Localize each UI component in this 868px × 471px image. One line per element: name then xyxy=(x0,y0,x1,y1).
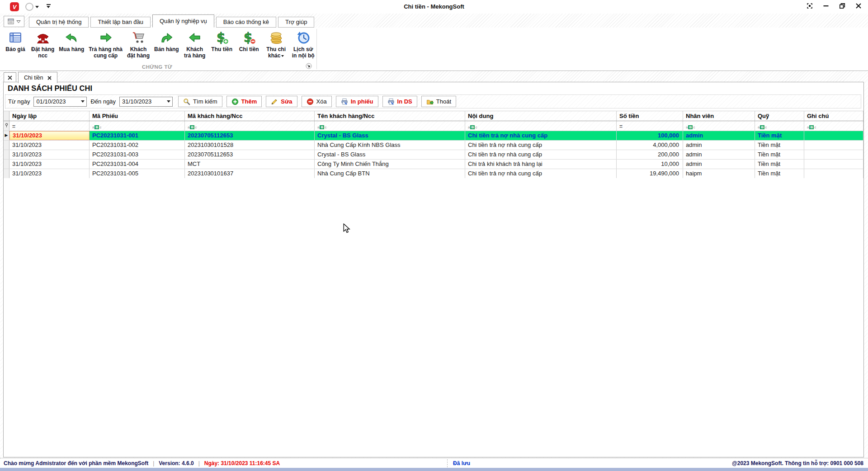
column-header-6[interactable]: Số tiền xyxy=(617,111,683,121)
table-cell[interactable]: 20230705112653 xyxy=(185,131,315,140)
exit-button[interactable]: Thoát xyxy=(421,96,456,107)
filter-cell-1[interactable]: = xyxy=(9,121,90,131)
table-cell[interactable]: Crystal - BS Glass xyxy=(315,150,465,159)
table-cell[interactable]: Chi tiền trả nợ nhà cung cấp xyxy=(465,141,617,150)
fullscreen-button[interactable] xyxy=(807,3,813,9)
table-row[interactable]: 31/10/2023PC20231031-00520231030101637Nh… xyxy=(4,169,863,179)
table-cell[interactable]: 200,000 xyxy=(617,150,683,159)
table-cell[interactable]: 20231030101528 xyxy=(185,141,315,150)
chevron-down-icon[interactable] xyxy=(165,100,172,103)
table-cell[interactable]: Tiền mặt xyxy=(755,169,804,178)
filter-cell-8[interactable]: aBc xyxy=(755,121,804,131)
table-cell[interactable]: 31/10/2023 xyxy=(9,150,90,159)
table-cell[interactable]: admin xyxy=(683,131,755,140)
table-row[interactable]: 31/10/2023PC20231031-00220231030101528Nh… xyxy=(4,141,863,150)
sale-tool[interactable]: Bán hàng xyxy=(152,29,181,53)
add-button[interactable]: Thêm xyxy=(226,96,262,107)
table-cell[interactable]: 10,000 xyxy=(617,160,683,169)
column-header-9[interactable]: Ghi chú xyxy=(804,111,863,121)
table-cell[interactable]: Tiền mặt xyxy=(755,160,804,169)
receive-money-tool[interactable]: $Thu tiền xyxy=(208,29,236,53)
tab-chi-tien[interactable]: Chi tiền xyxy=(18,72,57,83)
purchase-tool[interactable]: Mua hàng xyxy=(57,29,86,53)
table-cell[interactable]: 31/10/2023 xyxy=(9,160,90,169)
quote-tool[interactable]: Báo giá xyxy=(2,29,29,53)
table-cell[interactable]: 31/10/2023 xyxy=(9,169,90,178)
minimize-button[interactable] xyxy=(823,3,829,9)
print-history-tool[interactable]: Lịch sử in nội bộ xyxy=(290,29,317,60)
table-cell[interactable]: Nhà Cung Cấp BTN xyxy=(315,169,465,178)
ribbon-tab-báo-cáo-thống-kê[interactable]: Báo cáo thống kê xyxy=(216,17,276,28)
table-cell[interactable]: haipm xyxy=(683,169,755,178)
close-all-tabs-button[interactable] xyxy=(4,72,16,83)
ribbon-tab-quản-lý-nghiệp-vụ[interactable]: Quản lý nghiệp vụ xyxy=(152,14,214,28)
edit-button[interactable]: Sửa xyxy=(266,96,297,107)
table-cell[interactable]: 20231030101637 xyxy=(185,169,315,178)
table-cell[interactable]: MCT xyxy=(185,160,315,169)
print-list-button[interactable]: In DS xyxy=(382,96,417,107)
table-cell[interactable]: Chi tiền trả nợ nhà cung cấp xyxy=(465,150,617,159)
ribbon-menu-button[interactable] xyxy=(4,16,24,27)
table-row[interactable]: 31/10/2023PC20231031-004MCTCông Ty Minh … xyxy=(4,160,863,169)
table-cell[interactable]: PC20231031-001 xyxy=(90,131,185,140)
group-dialog-launcher[interactable] xyxy=(306,63,312,69)
table-cell[interactable]: Nhà Cung Cấp Kính NBS Glass xyxy=(315,141,465,150)
table-cell[interactable]: Chi trả khi khách trả hàng lại xyxy=(465,160,617,169)
filter-cell-7[interactable]: aBc xyxy=(683,121,755,131)
customer-order-tool[interactable]: Khách đặt hàng xyxy=(125,29,152,60)
table-cell[interactable]: Tiền mặt xyxy=(755,141,804,150)
table-cell[interactable]: 31/10/2023 xyxy=(9,131,90,140)
pay-money-tool[interactable]: $Chi tiền xyxy=(236,29,263,53)
ribbon-tab-trợ-giúp[interactable]: Trợ giúp xyxy=(278,17,315,28)
column-header-2[interactable]: Mã Phiếu xyxy=(90,111,185,121)
table-cell[interactable]: PC20231031-002 xyxy=(90,141,185,150)
restore-button[interactable] xyxy=(839,3,845,9)
filter-cell-3[interactable]: aBc xyxy=(185,121,315,131)
table-cell[interactable]: admin xyxy=(683,160,755,169)
close-button[interactable] xyxy=(855,3,862,9)
table-cell[interactable]: PC20231031-003 xyxy=(90,150,185,159)
supplier-order-tool[interactable]: Đặt hàng ncc xyxy=(29,29,57,60)
table-cell[interactable]: Chi tiền trả nợ nhà cung cấp xyxy=(465,169,617,178)
table-cell[interactable]: Crystal - BS Glass xyxy=(315,131,465,140)
table-cell[interactable] xyxy=(804,141,863,150)
filter-cell-2[interactable]: aBc xyxy=(90,121,185,131)
table-cell[interactable]: PC20231031-004 xyxy=(90,160,185,169)
table-cell[interactable] xyxy=(804,169,863,178)
return-to-supplier-tool[interactable]: Trả hàng nhà cung cấp xyxy=(86,29,125,60)
table-cell[interactable] xyxy=(804,150,863,159)
to-date-combo[interactable]: 31/10/2023 xyxy=(119,97,173,107)
print-voucher-button[interactable]: In phiếu xyxy=(336,96,378,107)
table-cell[interactable]: Tiền mặt xyxy=(755,131,804,140)
filter-cell-5[interactable]: aBc xyxy=(465,121,617,131)
table-cell[interactable] xyxy=(804,131,863,140)
close-icon[interactable] xyxy=(47,76,52,80)
customer-return-tool[interactable]: Khách trả hàng xyxy=(181,29,208,60)
table-cell[interactable]: admin xyxy=(683,150,755,159)
ribbon-tab-thiết-lập-ban-đầu[interactable]: Thiết lập ban đầu xyxy=(90,17,150,28)
column-header-5[interactable]: Nội dung xyxy=(465,111,617,121)
chevron-down-icon[interactable] xyxy=(79,100,86,103)
filter-cell-4[interactable]: aBc xyxy=(315,121,465,131)
table-cell[interactable]: 20230705112653 xyxy=(185,150,315,159)
table-cell[interactable]: admin xyxy=(683,141,755,150)
table-cell[interactable]: Công Ty Minh Chiến Thắng xyxy=(315,160,465,169)
ribbon-tab-quản-trị-hệ-thống[interactable]: Quản trị hệ thống xyxy=(29,17,89,28)
table-cell[interactable]: Chi tiền trả nợ nhà cung cấp xyxy=(465,131,617,140)
table-row[interactable]: 31/10/2023PC20231031-00320230705112653Cr… xyxy=(4,150,863,160)
table-cell[interactable]: Tiền mặt xyxy=(755,150,804,159)
table-cell[interactable]: 19,490,000 xyxy=(617,169,683,178)
filter-cell-9[interactable]: aBc xyxy=(804,121,863,131)
table-cell[interactable]: 31/10/2023 xyxy=(9,141,90,150)
search-button[interactable]: Tìm kiếm xyxy=(178,96,222,107)
table-cell[interactable]: PC20231031-005 xyxy=(90,169,185,178)
delete-button[interactable]: Xóa xyxy=(302,96,332,107)
column-header-3[interactable]: Mã khách hàng/Ncc xyxy=(185,111,315,121)
column-header-1[interactable]: Ngày lập xyxy=(9,111,90,121)
column-header-4[interactable]: Tên khách hàng/Ncc xyxy=(315,111,465,121)
table-row[interactable]: ▶31/10/2023PC20231031-00120230705112653C… xyxy=(4,131,863,141)
from-date-combo[interactable]: 01/10/2023 xyxy=(33,97,87,107)
filter-cell-6[interactable]: = xyxy=(617,121,683,131)
column-header-7[interactable]: Nhân viên xyxy=(683,111,755,121)
table-cell[interactable]: 100,000 xyxy=(617,131,683,140)
